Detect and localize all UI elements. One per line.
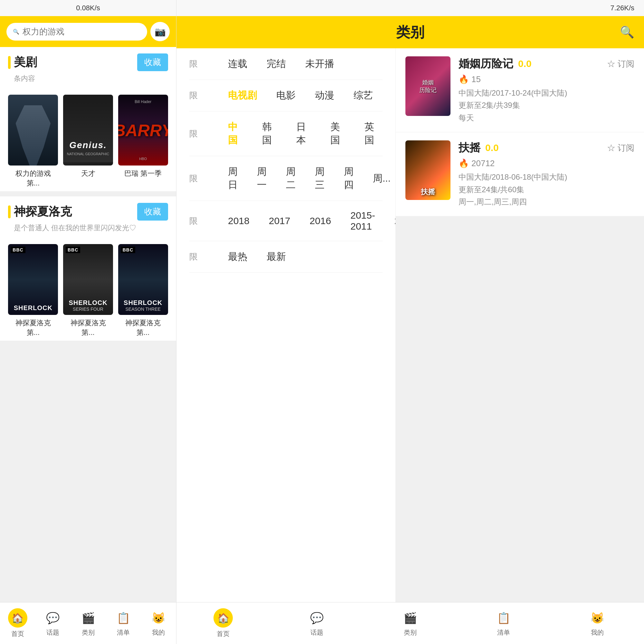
movie-card-genius[interactable]: Genius. NATIONAL GEOGRAPHIC 天才 <box>63 95 113 188</box>
movie-poster-got <box>8 95 58 166</box>
sherlock-title: 神探夏洛克 <box>14 204 72 220</box>
sherlock-poster-3: BBC SHERLOCK SEASON THREE <box>118 244 168 315</box>
left-nav-category-icon: 🎬 <box>80 610 97 626</box>
sub-subscribe-marriage[interactable]: ☆ 订阅 <box>607 58 634 70</box>
left-nav-mine-label: 我的 <box>152 628 165 637</box>
left-nav-home-label: 首页 <box>11 630 24 638</box>
american-drama-title: 美剧 <box>14 54 37 70</box>
filter-options-1: 电视剧 电影 动漫 综艺 <box>225 87 383 104</box>
filter-option-japan[interactable]: 日本 <box>293 118 314 149</box>
section-icon-bar <box>8 56 11 69</box>
filter-option-mon[interactable]: 周一 <box>254 163 270 194</box>
sherlock-card-1[interactable]: BBC SHERLOCK 神探夏洛克 第... <box>8 244 58 337</box>
filter-option-2017[interactable]: 2017 <box>266 213 294 228</box>
filter-panel: 限 连载 完结 未开播 限 电视剧 电影 动漫 综艺 <box>176 48 395 602</box>
fire-icon-2: 🔥 <box>459 158 469 168</box>
right-nav-home[interactable]: 🏠 首页 <box>176 608 270 638</box>
sub-hot-count-fuyao: 20712 <box>471 158 495 168</box>
filter-option-tue[interactable]: 周二 <box>283 163 299 194</box>
filter-label-3: 限 <box>189 173 215 184</box>
filter-option-newest[interactable]: 最新 <box>263 248 289 265</box>
sub-hot-fuyao: 🔥 20712 <box>459 158 634 168</box>
right-nav-mine-icon: 😺 <box>589 610 606 626</box>
filter-option-sun[interactable]: 周日 <box>225 163 241 194</box>
filter-option-korea[interactable]: 韩国 <box>259 118 280 149</box>
filter-option-movie[interactable]: 电影 <box>273 87 299 104</box>
sub-meta3-marriage: 每天 <box>459 112 634 124</box>
filter-option-2018[interactable]: 2018 <box>225 213 253 228</box>
filter-option-wanjie[interactable]: 完结 <box>263 55 289 72</box>
sherlock-collect-btn[interactable]: 收藏 <box>137 203 168 221</box>
movie-title-got: 权力的游戏 第... <box>8 169 58 188</box>
left-nav-mine[interactable]: 😺 我的 <box>141 610 176 637</box>
american-drama-section: 美剧 收藏 条内容 <box>0 47 176 90</box>
right-status-text: 7.26K/s <box>610 4 634 12</box>
filter-option-usa[interactable]: 美国 <box>327 118 348 149</box>
filter-row-3: 限 周日 周一 周二 周三 周四 周... <box>189 156 383 201</box>
filter-option-wed[interactable]: 周三 <box>312 163 328 194</box>
right-nav-list-label: 清单 <box>497 628 510 637</box>
right-nav-topic[interactable]: 💬 话题 <box>270 610 363 637</box>
right-nav-home-label: 首页 <box>217 630 230 638</box>
filter-option-tvdrama[interactable]: 电视剧 <box>225 87 260 104</box>
movie-title-barry: 巴瑞 第一季 <box>124 169 162 178</box>
left-nav-home[interactable]: 🏠 首页 <box>0 608 35 638</box>
fire-icon-1: 🔥 <box>459 74 469 84</box>
sherlock-card-2[interactable]: BBC SHERLOCK SERIES FOUR 神探夏洛克 第... <box>63 244 113 337</box>
sherlock-title-row: 神探夏洛克 <box>8 204 72 220</box>
filter-option-hottest[interactable]: 最热 <box>225 248 251 265</box>
sub-item-fuyao[interactable]: 扶摇 扶摇 0.0 ☆ 订阅 🔥 20712 中国大陆/2018-06-18(中… <box>396 132 644 216</box>
right-nav-list-icon: 📋 <box>495 610 512 626</box>
sub-title-row-marriage: 婚姻历险记 0.0 ☆ 订阅 <box>459 56 634 71</box>
right-nav-home-icon: 🏠 <box>213 608 233 628</box>
right-nav-category[interactable]: 🎬 类别 <box>364 610 457 637</box>
search-input-wrapper[interactable]: 🔍 <box>6 23 147 41</box>
right-nav-list[interactable]: 📋 清单 <box>457 610 550 637</box>
movie-card-got[interactable]: 权力的游戏 第... <box>8 95 58 188</box>
filter-option-2016[interactable]: 2016 <box>307 213 335 228</box>
right-content: 限 连载 完结 未开播 限 电视剧 电影 动漫 综艺 <box>176 48 644 602</box>
left-nav-category[interactable]: 🎬 类别 <box>71 610 106 637</box>
sub-subscribe-fuyao[interactable]: ☆ 订阅 <box>607 142 634 154</box>
search-input[interactable] <box>23 27 141 37</box>
american-drama-header: 美剧 收藏 <box>8 53 168 71</box>
filter-option-china[interactable]: 中国 <box>225 118 246 149</box>
filter-row-2: 限 中国 韩国 日本 美国 英国 <box>189 111 383 156</box>
sub-item-marriage[interactable]: 婚姻历险记 婚姻历险记 0.0 ☆ 订阅 🔥 15 中国大陆/2017-10-2… <box>396 48 644 132</box>
left-nav-mine-icon: 😺 <box>150 610 167 626</box>
sub-meta3-fuyao: 周一,周二,周三,周四 <box>459 196 634 208</box>
category-search-icon[interactable]: 🔍 <box>620 25 634 39</box>
filter-label-4: 限 <box>189 215 215 227</box>
sherlock-subtitle: 是个普通人 但在我的世界里闪闪发光♡ <box>14 223 168 233</box>
filter-options-0: 连载 完结 未开播 <box>225 55 383 72</box>
filter-option-lianbo[interactable]: 连载 <box>225 55 251 72</box>
left-nav-topic[interactable]: 💬 话题 <box>35 610 70 637</box>
right-bottom-nav: 🏠 首页 💬 话题 🎬 类别 📋 清单 😺 我的 <box>176 602 644 644</box>
search-camera-icon[interactable]: 📷 <box>150 22 170 41</box>
sub-meta2-marriage: 更新至2集/共39集 <box>459 99 634 111</box>
left-nav-topic-label: 话题 <box>46 628 59 637</box>
american-drama-grid: 权力的游戏 第... Genius. NATIONAL GEOGRAPHIC 天… <box>0 90 176 191</box>
sub-meta1-marriage: 中国大陆/2017-10-24(中国大陆) <box>459 87 634 99</box>
filter-label-5: 限 <box>189 251 215 262</box>
filter-option-2015-2011[interactable]: 2015-2011 <box>347 208 378 234</box>
filter-option-anime[interactable]: 动漫 <box>312 87 337 104</box>
filter-option-more-day[interactable]: 周... <box>370 170 394 187</box>
sherlock-grid: BBC SHERLOCK 神探夏洛克 第... BBC SHERLOCK SER… <box>0 239 176 341</box>
left-nav-list[interactable]: 📋 清单 <box>106 610 141 637</box>
sub-meta-fuyao: 中国大陆/2018-06-18(中国大陆) 更新至24集/共60集 周一,周二,… <box>459 171 634 208</box>
filter-option-variety[interactable]: 综艺 <box>350 87 376 104</box>
filter-option-weikaibi[interactable]: 未开播 <box>302 55 337 72</box>
right-nav-mine[interactable]: 😺 我的 <box>551 610 644 637</box>
american-drama-collect-btn[interactable]: 收藏 <box>137 53 168 71</box>
sherlock-title-3: 神探夏洛克 第... <box>118 318 168 337</box>
filter-section: 限 连载 完结 未开播 限 电视剧 电影 动漫 综艺 <box>176 48 395 273</box>
filter-options-3: 周日 周一 周二 周三 周四 周... <box>225 163 394 194</box>
filter-option-thu[interactable]: 周四 <box>341 163 357 194</box>
sherlock-card-3[interactable]: BBC SHERLOCK SEASON THREE 神探夏洛克 第... <box>118 244 168 337</box>
filter-option-uk[interactable]: 英国 <box>361 118 383 149</box>
sub-info-marriage: 婚姻历险记 0.0 ☆ 订阅 🔥 15 中国大陆/2017-10-24(中国大陆… <box>459 56 634 124</box>
filter-row-5: 限 最热 最新 <box>189 241 383 273</box>
sub-info-fuyao: 扶摇 0.0 ☆ 订阅 🔥 20712 中国大陆/2018-06-18(中国大陆… <box>459 140 634 208</box>
movie-card-barry[interactable]: Bill Hader BARRY HBO 巴瑞 第一季 <box>118 95 168 188</box>
